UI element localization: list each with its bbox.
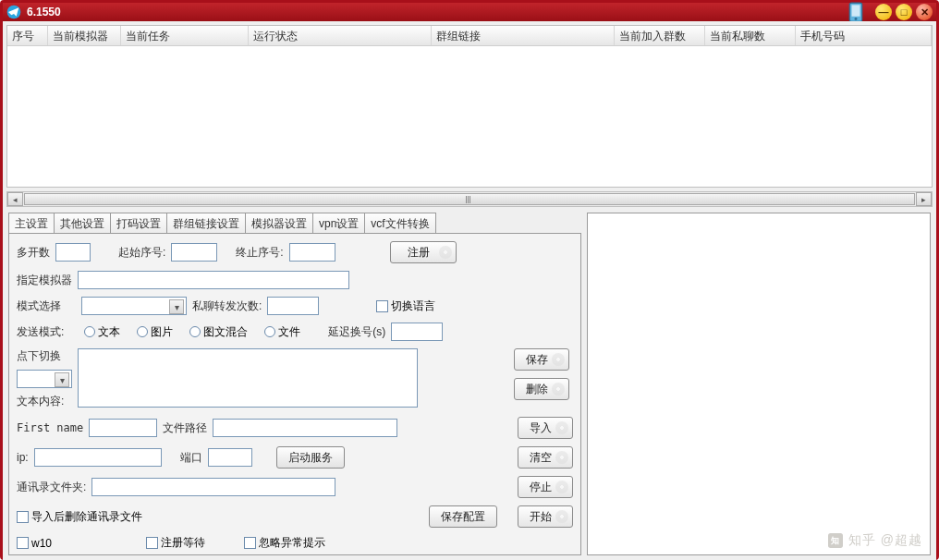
tab-main[interactable]: 主设置 [8,213,55,233]
close-button[interactable]: ✕ [916,4,933,20]
delay-input[interactable] [391,323,443,341]
contacts-input[interactable] [91,478,335,496]
col-status[interactable]: 运行状态 [249,26,432,45]
sendopt-file[interactable]: 文件 [264,324,300,340]
clickswitch-combo[interactable] [17,370,72,388]
pmforward-label: 私聊转发次数: [192,298,262,314]
col-phone[interactable]: 手机号码 [796,26,932,45]
startidx-input[interactable] [171,243,217,262]
port-label: 端口 [180,450,202,466]
scroll-left-icon[interactable]: ◂ [7,192,23,206]
sendopt-text[interactable]: 文本 [84,324,120,340]
register-button[interactable]: 注册 [390,241,457,263]
multiopen-label: 多开数 [17,245,50,261]
h-scrollbar[interactable]: ◂ ▸ [6,191,933,207]
startidx-label: 起始序号: [118,245,165,261]
table-body [7,46,932,187]
sendmode-label: 发送模式: [17,324,64,340]
filepath-label: 文件路径 [163,420,207,436]
delete-button[interactable]: 删除 [514,378,569,400]
scroll-track[interactable] [23,192,916,206]
pmforward-input[interactable] [267,297,319,315]
svg-point-3 [855,18,858,20]
textcontent-textarea[interactable] [78,348,418,408]
tab-other[interactable]: 其他设置 [54,213,111,233]
minimize-button[interactable]: — [875,4,892,20]
app-icon [6,5,21,19]
import-button[interactable]: 导入 [518,417,573,439]
modeselect-combo[interactable] [81,297,187,315]
ip-label: ip: [17,451,29,464]
clear-button[interactable]: 清空 [518,446,573,469]
start-button[interactable]: 开始 [518,505,573,528]
tab-vcf[interactable]: vcf文件转换 [364,213,435,233]
tab-vpn[interactable]: vpn设置 [312,213,365,233]
col-pm-count[interactable]: 当前私聊数 [705,26,796,45]
settings-panel: 多开数 起始序号: 终止序号: 注册 指定模拟器 [8,233,581,555]
modeselect-label: 模式选择 [17,298,61,314]
contacts-label: 通讯录文件夹: [17,480,86,495]
titlebar: 6.1550 — □ ✕ [3,3,936,21]
scroll-right-icon[interactable]: ▸ [916,192,932,206]
delay-label: 延迟换号(s) [328,324,385,340]
data-table: 序号 当前模拟器 当前任务 运行状态 群组链接 当前加入群数 当前私聊数 手机号… [6,25,933,188]
sendopt-mixed[interactable]: 图文混合 [189,324,248,340]
textcontent-label: 文本内容: [17,394,72,409]
filepath-input[interactable] [213,419,397,437]
svg-rect-2 [852,5,860,16]
tab-captcha[interactable]: 打码设置 [110,213,167,233]
assignsim-input[interactable] [78,271,349,289]
sendopt-image[interactable]: 图片 [137,324,173,340]
clickswitch-label: 点下切换 [17,348,72,364]
save-button[interactable]: 保存 [514,348,569,371]
tab-grouplink[interactable]: 群组链接设置 [166,213,246,233]
maximize-button[interactable]: □ [896,4,912,20]
endidx-label: 终止序号: [236,245,283,261]
w10-check[interactable]: w10 [17,537,52,550]
waitreg-check[interactable]: 注册等待 [146,535,205,551]
col-sim[interactable]: 当前模拟器 [48,26,121,45]
device-icon [848,3,864,21]
stop-button[interactable]: 停止 [518,476,573,498]
col-index[interactable]: 序号 [7,26,48,45]
delafterimport-check[interactable]: 导入后删除通讯录文件 [17,509,142,525]
log-panel [587,213,931,555]
col-task[interactable]: 当前任务 [121,26,249,45]
tabstrip: 主设置 其他设置 打码设置 群组链接设置 模拟器设置 vpn设置 vcf文件转换 [8,213,581,233]
firstname-input[interactable] [89,419,157,437]
multiopen-input[interactable] [55,243,91,262]
scroll-thumb[interactable] [24,193,915,205]
endidx-input[interactable] [289,243,335,262]
startservice-button[interactable]: 启动服务 [276,446,345,469]
ip-input[interactable] [34,448,162,467]
port-input[interactable] [208,448,252,467]
firstname-label: First name [17,421,83,434]
ignoreerr-check[interactable]: 忽略异常提示 [244,535,325,551]
tab-sim[interactable]: 模拟器设置 [245,213,313,233]
assignsim-label: 指定模拟器 [17,273,72,288]
switchlang-label: 切换语言 [391,298,435,314]
col-group-link[interactable]: 群组链接 [432,26,615,45]
col-joined-groups[interactable]: 当前加入群数 [615,26,705,45]
table-header: 序号 当前模拟器 当前任务 运行状态 群组链接 当前加入群数 当前私聊数 手机号… [7,26,932,46]
switchlang-check[interactable]: 切换语言 [376,298,435,314]
saveconfig-button[interactable]: 保存配置 [429,505,497,528]
window-title: 6.1550 [27,6,848,18]
